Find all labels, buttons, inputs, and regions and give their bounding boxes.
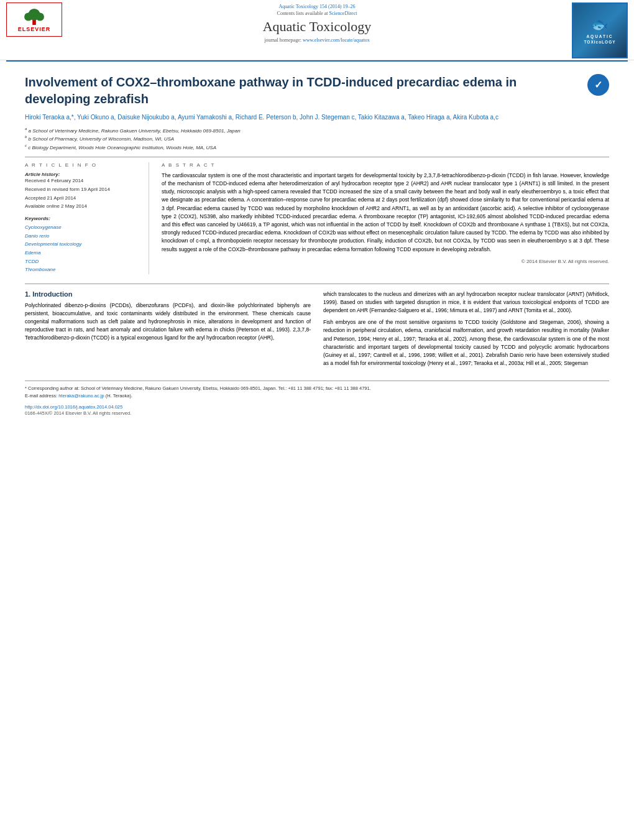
affiliation-a: a a School of Veterinary Medicine, Rakun… [25, 128, 241, 134]
logo-text-top: AQUATIC [586, 34, 613, 39]
article-title: Involvement of COX2–thromboxane pathway … [25, 74, 581, 108]
intro-heading: 1. Introduction [25, 290, 311, 298]
body-left-column: 1. Introduction Polychlorinated dibenzo-… [25, 290, 311, 372]
affiliation-c: c c Biology Department, Woods Hole Ocean… [25, 145, 216, 150]
title-row: Involvement of COX2–thromboxane pathway … [25, 71, 609, 113]
received-date: Received 4 February 2014 Received in rev… [25, 177, 139, 211]
issn-line: 0166-445X/© 2014 Elsevier B.V. All right… [25, 410, 131, 416]
journal-reference: Aquatic Toxicology 154 (2014) 19–26 [75, 4, 559, 9]
abstract-column: A B S T R A C T The cardiovascular syste… [162, 162, 609, 274]
history-label: Article history: [25, 172, 139, 177]
svg-point-3 [36, 12, 44, 21]
svg-point-2 [24, 12, 32, 21]
aquatic-toxicology-logo: 🐟 AQUATIC TOXIcoLOGY [572, 2, 628, 58]
body-right-column: which translocates to the nucleus and di… [323, 290, 609, 372]
copyright-line: © 2014 Elsevier B.V. All rights reserved… [162, 259, 609, 264]
article-info-column: A R T I C L E I N F O Article history: R… [25, 162, 149, 274]
keyword-developmental: Developmental toxicology [25, 240, 139, 249]
affiliation-b: b b School of Pharmacy, University of Wi… [25, 136, 174, 142]
keywords-label: Keywords: [25, 216, 139, 221]
logo-text-bottom: TOXIcoLOGY [584, 40, 615, 44]
keyword-thromboxane: Thromboxane [25, 265, 139, 274]
intro-paragraph-3: Fish embryos are one of the most sensiti… [323, 318, 609, 367]
article-info-header: A R T I C L E I N F O [25, 162, 139, 168]
elsevier-logo: ELSEVIER [6, 2, 62, 37]
fish-icon: 🐟 [591, 17, 609, 33]
journal-title: Aquatic Toxicology [75, 19, 559, 35]
body-divider [25, 284, 609, 284]
keyword-tcdd: TCDD [25, 257, 139, 266]
section-divider-1 [25, 157, 609, 157]
affiliations: a a School of Veterinary Medicine, Rakun… [25, 126, 609, 152]
email-footnote: E-mail address: hteraka@rakuno.ac.jp (H.… [25, 392, 609, 399]
homepage-link[interactable]: www.elsevier.com/locate/aquatox [303, 37, 370, 43]
journal-homepage: journal homepage: www.elsevier.com/locat… [75, 37, 559, 43]
abstract-text: The cardiovascular system is one of the … [162, 172, 609, 254]
email-link[interactable]: hteraka@rakuno.ac.jp [58, 393, 104, 399]
crossmark-badge[interactable]: ✓ [587, 74, 609, 96]
authors-line: Hiroki Teraoka a,*, Yuki Okuno a, Daisuk… [25, 113, 609, 122]
intro-paragraph-1: Polychlorinated dibenzo-p-dioxins (PCDDs… [25, 302, 311, 343]
keyword-edema: Edema [25, 249, 139, 257]
doi-link[interactable]: http://dx.doi.org/10.1016/j.aquatox.2014… [25, 404, 609, 410]
journal-header-center: Aquatic Toxicology 154 (2014) 19–26 Cont… [62, 2, 572, 44]
elsevier-text: ELSEVIER [18, 26, 51, 32]
abstract-header: A B S T R A C T [162, 162, 609, 168]
sciencedirect-link[interactable]: ScienceDirect [329, 11, 357, 16]
keyword-cyclooxygenase: Cyclooxygenase [25, 223, 139, 232]
header-bar: ELSEVIER Aquatic Toxicology 154 (2014) 1… [0, 0, 634, 60]
info-abstract-section: A R T I C L E I N F O Article history: R… [25, 162, 609, 274]
corresponding-footnote: * Corresponding author at: School of Vet… [25, 385, 609, 392]
keyword-danio: Danio rerio [25, 232, 139, 241]
main-content: Involvement of COX2–thromboxane pathway … [0, 62, 634, 425]
contents-line: Contents lists available at ScienceDirec… [75, 11, 559, 16]
body-section: 1. Introduction Polychlorinated dibenzo-… [25, 290, 609, 372]
intro-paragraph-2: which translocates to the nucleus and di… [323, 290, 609, 315]
footnotes-area: * Corresponding author at: School of Vet… [25, 381, 609, 416]
